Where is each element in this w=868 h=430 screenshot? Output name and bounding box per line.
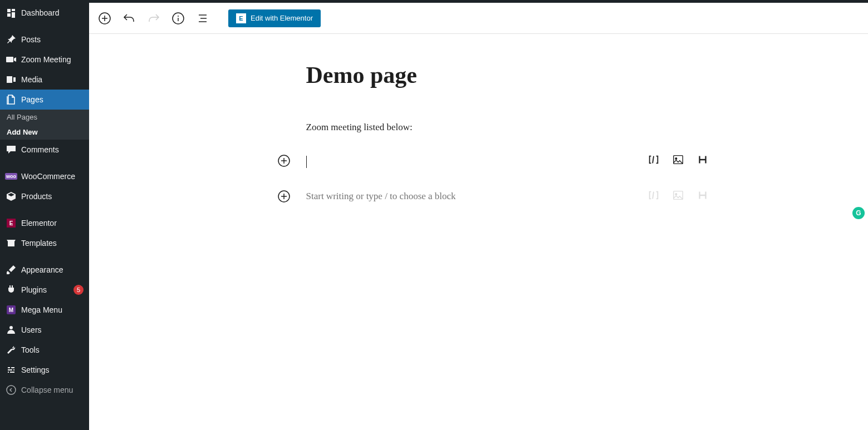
svg-point-9: [675, 194, 676, 195]
plugins-badge: 5: [73, 285, 84, 295]
info-button[interactable]: [168, 8, 188, 28]
page-title[interactable]: Demo page: [306, 62, 651, 88]
plug-icon: [6, 284, 17, 295]
shortcode-tool-icon: [647, 189, 660, 202]
wrench-icon: [6, 344, 17, 355]
sidebar-label: WooCommerce: [21, 172, 84, 181]
svg-point-3: [178, 16, 179, 17]
sidebar-label: Users: [21, 325, 84, 334]
settings-icon: [6, 364, 17, 375]
elementor-btn-label: Edit with Elementor: [251, 14, 313, 22]
sidebar-label: Settings: [21, 365, 84, 374]
sidebar-item-mega-menu[interactable]: M Mega Menu: [0, 300, 89, 320]
submenu-all-pages[interactable]: All Pages: [0, 110, 89, 125]
sidebar-label: Zoom Meeting: [21, 55, 84, 64]
grammarly-icon[interactable]: G: [852, 207, 865, 219]
sidebar-label: Posts: [21, 35, 84, 44]
sidebar-label: Comments: [21, 145, 84, 154]
main-content: E Edit with Elementor Demo page Zoom mee…: [89, 3, 868, 430]
sidebar-label: Media: [21, 75, 84, 84]
block-appender-placeholder[interactable]: Start writing or type / to choose a bloc…: [306, 191, 651, 204]
sidebar-item-woocommerce[interactable]: woo WooCommerce: [0, 166, 89, 186]
block-input-active[interactable]: [306, 155, 651, 169]
sidebar-label: Dashboard: [21, 8, 84, 17]
users-icon: [6, 324, 17, 335]
sidebar-label: Plugins: [21, 285, 71, 294]
content-paragraph[interactable]: Zoom meeting listed below:: [306, 122, 651, 133]
sidebar-item-dashboard[interactable]: Dashboard: [0, 3, 89, 23]
editor-toolbar: E Edit with Elementor: [89, 3, 868, 34]
add-block-inline-button[interactable]: [277, 190, 291, 203]
sidebar-item-elementor[interactable]: E Elementor: [0, 213, 89, 233]
sidebar-label: Templates: [21, 239, 84, 248]
sidebar-item-media[interactable]: Media: [0, 70, 89, 90]
collapse-icon: [6, 384, 17, 396]
pin-icon: [6, 34, 17, 45]
block-row-active: [306, 155, 651, 169]
products-icon: [6, 191, 17, 202]
sidebar-item-posts[interactable]: Posts: [0, 29, 89, 50]
pages-submenu: All Pages Add New: [0, 110, 89, 140]
submenu-add-new[interactable]: Add New: [0, 125, 89, 140]
pages-icon: [6, 94, 17, 105]
sidebar-item-zoom-meeting[interactable]: Zoom Meeting: [0, 50, 89, 70]
sidebar-label: Pages: [21, 95, 84, 104]
undo-button[interactable]: [119, 8, 139, 28]
sidebar-item-plugins[interactable]: Plugins 5: [0, 280, 89, 300]
woocommerce-icon: woo: [6, 171, 17, 182]
brush-icon: [6, 264, 17, 275]
sidebar-collapse[interactable]: Collapse menu: [0, 380, 89, 400]
image-tool-icon: [671, 189, 685, 202]
add-block-button[interactable]: [95, 8, 115, 28]
sidebar-label: Products: [21, 192, 84, 201]
dashboard-icon: [6, 7, 17, 18]
sidebar-label: Tools: [21, 345, 84, 354]
comment-icon: [6, 144, 17, 155]
editor-canvas[interactable]: Demo page Zoom meeting listed below:: [89, 34, 868, 430]
sidebar-item-tools[interactable]: Tools: [0, 340, 89, 360]
svg-point-0: [7, 385, 16, 394]
sidebar-item-appearance[interactable]: Appearance: [0, 260, 89, 280]
block-inline-tools: [647, 153, 709, 166]
heading-tool-icon: [696, 189, 709, 202]
redo-button[interactable]: [144, 8, 164, 28]
block-inline-tools-faded: [647, 189, 709, 202]
sidebar-item-products[interactable]: Products: [0, 186, 89, 206]
media-icon: [6, 74, 17, 85]
sidebar-item-pages[interactable]: Pages: [0, 90, 89, 110]
elementor-logo-icon: E: [236, 13, 246, 23]
templates-icon: [6, 238, 17, 249]
block-row-appender: Start writing or type / to choose a bloc…: [306, 191, 651, 204]
outline-button[interactable]: [193, 8, 213, 28]
sidebar-label: Collapse menu: [21, 385, 84, 394]
add-block-inline-button[interactable]: [277, 154, 291, 167]
image-tool-icon[interactable]: [671, 153, 685, 166]
video-icon: [6, 54, 17, 65]
elementor-icon: E: [6, 218, 17, 229]
sidebar-label: Appearance: [21, 265, 84, 274]
sidebar-item-comments[interactable]: Comments: [0, 140, 89, 160]
admin-sidebar: Dashboard Posts Zoom Meeting Media Pages…: [0, 3, 89, 430]
edit-with-elementor-button[interactable]: E Edit with Elementor: [228, 9, 321, 27]
sidebar-label: Mega Menu: [21, 305, 84, 314]
sidebar-item-users[interactable]: Users: [0, 320, 89, 340]
heading-tool-icon[interactable]: [696, 153, 709, 166]
sidebar-item-templates[interactable]: Templates: [0, 233, 89, 253]
sidebar-item-settings[interactable]: Settings: [0, 360, 89, 380]
sidebar-label: Elementor: [21, 219, 84, 228]
shortcode-tool-icon[interactable]: [647, 153, 660, 166]
mega-menu-icon: M: [6, 304, 17, 315]
svg-point-6: [675, 158, 676, 160]
